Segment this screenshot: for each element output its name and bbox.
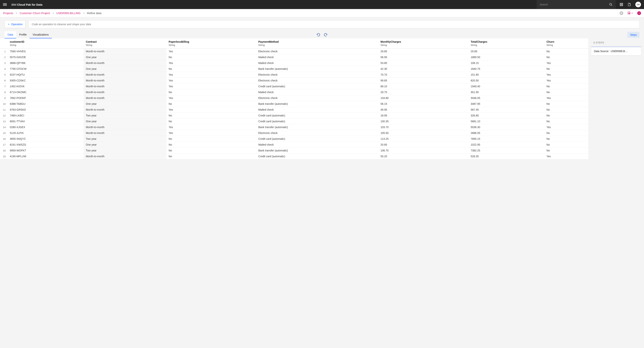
cell[interactable]: 103.70 (378, 124, 468, 130)
cell[interactable]: 301.90 (468, 89, 544, 95)
cell[interactable]: 5681.10 (468, 119, 544, 124)
cell[interactable]: Yes (544, 95, 588, 101)
cell[interactable]: Yes (166, 95, 256, 101)
table-row[interactable]: 155129-JLPISMonth-to-monthYesElectronic … (0, 130, 588, 136)
cell[interactable]: 70.70 (378, 72, 468, 78)
cell[interactable]: 1840.75 (468, 66, 544, 72)
cell[interactable]: 56.15 (378, 101, 468, 107)
cell[interactable]: Two year (84, 148, 166, 154)
cell[interactable]: No (544, 101, 588, 107)
cell[interactable]: Yes (166, 107, 256, 113)
cell[interactable]: No (544, 113, 588, 119)
cell[interactable]: Month-to-month (84, 78, 166, 84)
column-header[interactable]: ChurnString (544, 38, 588, 48)
cell[interactable]: Bank transfer (automatic) (256, 148, 378, 154)
export-button[interactable] (628, 11, 633, 15)
table-row[interactable]: 86713-OKOMCMonth-to-monthNoMailed check2… (0, 89, 588, 95)
cell[interactable]: 9237-HQITU (8, 72, 84, 78)
cell[interactable]: Mailed check (256, 54, 378, 60)
table-row[interactable]: 33668-QPYBKMonth-to-monthYesMailed check… (0, 60, 588, 66)
cell[interactable]: 9305-CDSKC (8, 78, 84, 84)
table-row[interactable]: 127469-LKBCITwo yearNoCredit card (autom… (0, 113, 588, 119)
cell[interactable]: No (544, 48, 588, 54)
cell[interactable]: 9959-WOFKT (8, 148, 84, 154)
table-row[interactable]: 178191-XWSZGOne yearNoMailed check20.651… (0, 142, 588, 148)
cell[interactable]: 326.80 (468, 113, 544, 119)
cell[interactable]: Yes (166, 124, 256, 130)
cell[interactable]: 20.65 (378, 142, 468, 148)
document-icon[interactable] (628, 3, 631, 6)
cell[interactable]: 42.30 (378, 66, 468, 72)
cell[interactable]: Electronic check (256, 130, 378, 136)
table-row[interactable]: 25575-GNVDEOne yearNoMailed check56.9518… (0, 54, 588, 60)
cell[interactable]: 1022.95 (468, 142, 544, 148)
table-row[interactable]: 189959-WOFKTTwo yearNoBank transfer (aut… (0, 148, 588, 154)
cell[interactable]: 113.25 (378, 136, 468, 142)
cell[interactable]: 5129-JLPIS (8, 130, 84, 136)
code-hint-input[interactable]: Code an operation to cleanse and shape y… (28, 20, 640, 28)
cell[interactable]: One year (84, 66, 166, 72)
add-operation-button[interactable]: ＋ Operation (4, 20, 26, 28)
cell[interactable]: No (544, 107, 588, 113)
cell[interactable]: Yes (166, 84, 256, 89)
cell[interactable]: Month-to-month (84, 48, 166, 54)
cell[interactable]: 4190-MFLUW (8, 154, 84, 159)
cell[interactable]: One year (84, 119, 166, 124)
cell[interactable]: No (166, 154, 256, 159)
breadcrumb-link[interactable]: USER999.BILLING (56, 11, 80, 15)
cell[interactable]: No (166, 66, 256, 72)
cell[interactable]: Two year (84, 136, 166, 142)
cell[interactable]: Yes (166, 72, 256, 78)
breadcrumb-link[interactable]: Projects (3, 11, 13, 15)
run-button[interactable] (620, 11, 623, 15)
cell[interactable]: One year (84, 54, 166, 60)
cell[interactable]: Bank transfer (automatic) (256, 124, 378, 130)
steps-toggle[interactable]: Steps (628, 32, 640, 38)
cell[interactable]: No (166, 101, 256, 107)
cell[interactable]: 99.65 (378, 78, 468, 84)
cell[interactable]: No (166, 54, 256, 60)
cell[interactable]: Yes (544, 72, 588, 78)
cell[interactable]: No (544, 136, 588, 142)
cell[interactable]: 100.35 (378, 119, 468, 124)
cell[interactable]: No (544, 142, 588, 148)
cell[interactable]: Mailed check (256, 107, 378, 113)
cell[interactable]: Month-to-month (84, 72, 166, 78)
cell[interactable]: 6388-TABGU (8, 101, 84, 107)
cell[interactable]: 820.50 (468, 78, 544, 84)
cell[interactable]: Credit card (automatic) (256, 136, 378, 142)
cell[interactable]: No (166, 89, 256, 95)
cell[interactable]: 29.85 (378, 48, 468, 54)
cell[interactable]: 1889.50 (468, 54, 544, 60)
undo-icon[interactable] (316, 33, 320, 37)
cell[interactable]: Month-to-month (84, 107, 166, 113)
cell[interactable]: One year (84, 101, 166, 107)
cell[interactable]: 6713-OKOMC (8, 89, 84, 95)
cell[interactable]: 49.95 (378, 107, 468, 113)
cell[interactable]: Month-to-month (84, 124, 166, 130)
cell[interactable]: Yes (166, 78, 256, 84)
cell[interactable]: Electronic check (256, 95, 378, 101)
cell[interactable]: Electronic check (256, 72, 378, 78)
cell[interactable]: Month-to-month (84, 130, 166, 136)
cell[interactable]: 3655-SNQYZ (8, 136, 84, 142)
cell[interactable]: Yes (544, 154, 588, 159)
table-row[interactable]: 71452-KIOVKMonth-to-monthYesCredit card … (0, 84, 588, 89)
cell[interactable]: Yes (166, 48, 256, 54)
table-row[interactable]: 163655-SNQYZTwo yearNoCredit card (autom… (0, 136, 588, 142)
search-input[interactable] (540, 3, 609, 6)
cell[interactable]: 55.20 (378, 154, 468, 159)
cell[interactable]: No (544, 84, 588, 89)
cell[interactable]: 0280-XJGEX (8, 124, 84, 130)
cell[interactable]: Credit card (automatic) (256, 154, 378, 159)
cell[interactable]: Month-to-month (84, 154, 166, 159)
cell[interactable]: 7795-CFOCW (8, 66, 84, 72)
column-header[interactable]: customerIDString (8, 38, 84, 48)
cell[interactable]: No (544, 66, 588, 72)
cell[interactable]: 29.75 (378, 89, 468, 95)
search-box[interactable] (536, 0, 616, 9)
cell[interactable]: 3668-QPYBK (8, 60, 84, 66)
cell[interactable]: Yes (544, 60, 588, 66)
column-header[interactable]: PaperlessBillingString (166, 38, 256, 48)
cell[interactable]: 108.15 (468, 60, 544, 66)
